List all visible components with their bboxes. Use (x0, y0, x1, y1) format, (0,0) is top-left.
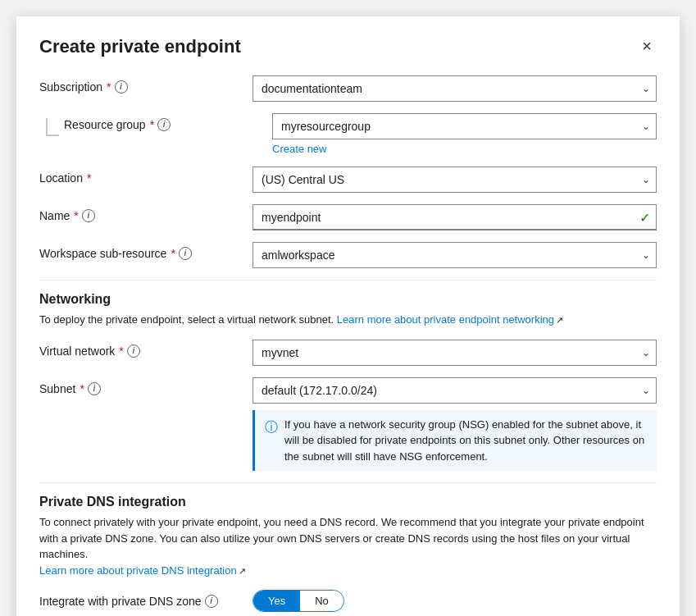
integrate-dns-label: Integrate with private DNS zone (39, 595, 202, 608)
dialog-header: Create private endpoint × (39, 36, 657, 57)
workspace-sub-resource-control: amlworkspace ⌄ (252, 242, 657, 268)
subscription-info-icon[interactable]: i (115, 80, 128, 94)
virtual-network-control: myvnet ⌄ (252, 340, 657, 366)
create-private-endpoint-dialog: Create private endpoint × Subscription *… (16, 16, 680, 616)
workspace-sub-resource-dropdown[interactable]: amlworkspace (252, 242, 657, 268)
virtual-network-required: * (119, 345, 123, 358)
resource-group-dropdown-wrapper: myresourcegroup ⌄ (272, 113, 657, 139)
integrate-dns-control: Yes No (252, 590, 657, 612)
private-dns-learn-more-link[interactable]: Learn more about private DNS integration (39, 564, 237, 577)
dns-toggle-yes[interactable]: Yes (253, 591, 300, 611)
subnet-control: default (172.17.0.0/24) ⌄ ⓘ If you have … (252, 377, 657, 472)
name-control: ✓ (252, 204, 657, 230)
subscription-label: Subscription (39, 80, 102, 94)
subnet-label-col: Subnet * i (39, 377, 252, 395)
workspace-sub-resource-label: Workspace sub-resource (39, 247, 166, 260)
name-label: Name (39, 209, 70, 222)
location-label-col: Location * (39, 167, 252, 185)
workspace-sub-resource-required: * (171, 247, 175, 260)
name-required: * (74, 209, 78, 222)
networking-ext-link-icon: ↗ (556, 315, 563, 325)
networking-description: To deploy the private endpoint, select a… (39, 312, 657, 328)
networking-section-title: Networking (39, 292, 657, 307)
name-row: Name * i ✓ (39, 204, 657, 230)
dns-toggle-group: Yes No (252, 590, 344, 612)
subnet-label: Subnet (39, 382, 75, 395)
location-required: * (87, 171, 91, 185)
name-input-wrapper: ✓ (252, 204, 657, 230)
resource-group-label-col: Resource group * i (59, 113, 272, 131)
workspace-sub-resource-info-icon[interactable]: i (179, 247, 192, 260)
nsg-info-icon: ⓘ (265, 418, 278, 437)
subnet-required: * (80, 382, 84, 395)
location-row: Location * (US) Central US ⌄ (39, 167, 657, 193)
resource-group-dropdown[interactable]: myresourcegroup (272, 113, 657, 139)
subnet-dropdown-wrapper: default (172.17.0.0/24) ⌄ (252, 377, 657, 404)
workspace-sub-resource-label-col: Workspace sub-resource * i (39, 242, 252, 260)
integrate-dns-label-col: Integrate with private DNS zone i (39, 590, 252, 608)
virtual-network-label-col: Virtual network * i (39, 340, 252, 358)
subscription-row: Subscription * i documentationteam ⌄ (39, 75, 657, 102)
integrate-dns-info-icon[interactable]: i (205, 595, 218, 608)
private-dns-description: To connect privately with your private e… (39, 514, 657, 578)
virtual-network-label: Virtual network (39, 345, 115, 358)
location-dropdown-wrapper: (US) Central US ⌄ (252, 167, 657, 193)
subscription-required: * (107, 80, 111, 94)
resource-group-label: Resource group (64, 118, 146, 131)
dialog-title: Create private endpoint (39, 36, 241, 57)
nsg-info-text: If you have a network security group (NS… (284, 417, 647, 465)
close-button[interactable]: × (637, 36, 657, 56)
subscription-dropdown-wrapper: documentationteam ⌄ (252, 75, 657, 102)
workspace-sub-resource-dropdown-wrapper: amlworkspace ⌄ (252, 242, 657, 268)
private-dns-section-title: Private DNS integration (39, 495, 657, 509)
virtual-network-dropdown-wrapper: myvnet ⌄ (252, 340, 657, 366)
resource-group-info-icon[interactable]: i (157, 118, 171, 131)
divider-1 (39, 280, 657, 281)
virtual-network-info-icon[interactable]: i (127, 345, 140, 358)
dns-toggle-no[interactable]: No (300, 591, 343, 611)
location-label: Location (39, 171, 83, 185)
nsg-info-box: ⓘ If you have a network security group (… (252, 410, 657, 472)
resource-group-required: * (150, 118, 154, 131)
virtual-network-row: Virtual network * i myvnet ⌄ (39, 340, 657, 366)
create-new-link[interactable]: Create new (272, 143, 657, 155)
subscription-control: documentationteam ⌄ (252, 75, 657, 102)
resource-group-control: myresourcegroup ⌄ Create new (272, 113, 657, 155)
name-input[interactable] (252, 204, 657, 230)
subnet-dropdown[interactable]: default (172.17.0.0/24) (252, 377, 657, 404)
name-info-icon[interactable]: i (82, 209, 95, 222)
workspace-sub-resource-row: Workspace sub-resource * i amlworkspace … (39, 242, 657, 268)
location-dropdown[interactable]: (US) Central US (252, 167, 657, 193)
name-label-col: Name * i (39, 204, 252, 222)
subscription-label-col: Subscription * i (39, 75, 252, 94)
private-dns-ext-link-icon: ↗ (239, 566, 246, 576)
name-check-icon: ✓ (639, 210, 650, 226)
virtual-network-dropdown[interactable]: myvnet (252, 340, 657, 366)
location-control: (US) Central US ⌄ (252, 167, 657, 193)
subscription-dropdown[interactable]: documentationteam (252, 75, 657, 102)
subnet-row: Subnet * i default (172.17.0.0/24) ⌄ ⓘ I… (39, 377, 657, 472)
integrate-dns-row: Integrate with private DNS zone i Yes No (39, 590, 657, 616)
divider-2 (39, 482, 657, 483)
networking-learn-more-link[interactable]: Learn more about private endpoint networ… (337, 313, 554, 326)
subnet-info-icon[interactable]: i (88, 382, 101, 395)
